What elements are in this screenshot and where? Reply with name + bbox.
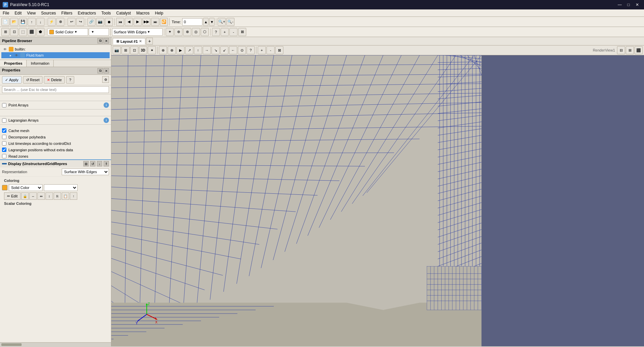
rt-select1[interactable]: ⊕ [159, 46, 167, 54]
lagrangian-arrays-info-btn[interactable]: i [104, 118, 109, 123]
tree-item-fluid-foam[interactable]: ▸ 👁 Fluid.foam [1, 52, 110, 58]
menu-extractors[interactable]: Extractors [75, 9, 99, 17]
tree-item-builtin[interactable]: 👁 builtin: [1, 46, 110, 52]
rt-select2[interactable]: ⊗ [168, 46, 176, 54]
menu-macros[interactable]: Macros [134, 9, 152, 17]
time-step-up[interactable]: ▲ [203, 18, 208, 26]
disconnect-btn[interactable]: ⊗ [56, 18, 64, 26]
point-arrays-info-btn[interactable]: i [104, 102, 109, 108]
point-arrays-header[interactable]: Point Arrays i [0, 101, 111, 109]
screenshot-btn[interactable]: 📷 [96, 18, 104, 26]
props-float-btn[interactable]: ⧉ [97, 68, 103, 73]
lagrangian-arrays-header[interactable]: Lagrangian Arrays i [0, 116, 111, 124]
loop-btn[interactable]: 🔁 [160, 18, 168, 26]
search-input[interactable] [2, 86, 109, 93]
rt-query-btn[interactable]: ? [247, 46, 255, 54]
tb2-plus[interactable]: + [221, 28, 229, 36]
save-state-btn[interactable]: ↓ [36, 18, 45, 26]
tab-layout1[interactable]: ⊞ Layout #1 ✕ [113, 38, 145, 44]
tab-properties[interactable]: Properties [0, 60, 27, 67]
tb2-btn2[interactable]: ⊡ [10, 28, 18, 36]
coloring-secondary-select[interactable] [44, 184, 78, 191]
representation-select[interactable]: Surface With Edges Surface Wireframe Poi… [62, 168, 109, 175]
pipeline-float-btn[interactable]: ⧉ [97, 38, 103, 43]
help-button[interactable]: ? [66, 76, 74, 84]
rt-orient6[interactable]: ↙ [220, 46, 228, 54]
color-secondary-dropdown[interactable]: ▾ [89, 28, 109, 36]
menu-help[interactable]: Help [152, 9, 166, 17]
tab-information[interactable]: Information [27, 60, 54, 67]
rt-plus-btn[interactable]: + [258, 46, 266, 54]
tb2-btn3[interactable]: ⬚ [19, 28, 27, 36]
tb2-btn1[interactable]: ⊞ [1, 28, 9, 36]
select-btn[interactable]: ⊕ [174, 28, 183, 36]
tab-layout1-close[interactable]: ✕ [139, 39, 142, 43]
next-frame-btn[interactable]: ▶▶ [142, 18, 150, 26]
display-icons-btn3[interactable]: ↓ [97, 161, 102, 166]
list-timesteps-checkbox[interactable] [2, 141, 6, 146]
apply-button[interactable]: ✓ Apply [2, 76, 22, 84]
connect-btn[interactable]: ⚡ [48, 18, 56, 26]
tb2-minus[interactable]: - [229, 28, 237, 36]
menu-file[interactable]: File [0, 9, 12, 17]
props-close-btn[interactable]: ✕ [104, 68, 109, 73]
rt-minus-btn[interactable]: - [267, 46, 275, 54]
rt-fit-btn[interactable]: ⊡ [130, 46, 138, 54]
rt-orient2[interactable]: ↗ [185, 46, 193, 54]
time-step-down[interactable]: ▼ [209, 18, 215, 26]
load-state-btn[interactable]: ↑ [28, 18, 36, 26]
time-input[interactable] [182, 18, 202, 26]
rt-orient1[interactable]: ▶ [176, 46, 185, 54]
reset-button[interactable]: ↺ Reset [23, 76, 43, 84]
menu-edit[interactable]: Edit [12, 9, 24, 17]
rt-axes-btn[interactable]: ✦ [148, 46, 156, 54]
color-dropdown[interactable]: Solid Color ▾ [48, 28, 88, 36]
read-zones-checkbox[interactable] [2, 154, 6, 158]
coloring-edit-btn[interactable]: ✏ Edit [4, 192, 21, 200]
copy-btn[interactable]: ⎘ [54, 192, 61, 200]
decompose-checkbox[interactable] [2, 135, 6, 139]
rt-del-btn[interactable]: ⊠ [275, 46, 283, 54]
render-area[interactable]: Z X Y [111, 55, 644, 346]
coloring-type-select[interactable]: Solid Color [9, 184, 43, 191]
first-frame-btn[interactable]: ⏮ [116, 18, 124, 26]
rt-camera-btn[interactable]: 📷 [113, 46, 121, 54]
lock-btn[interactable]: 🔒 [21, 192, 29, 200]
close-button[interactable]: ✕ [633, 1, 641, 8]
last-frame-btn[interactable]: ⏭ [151, 18, 159, 26]
pipeline-close-btn[interactable]: ✕ [104, 38, 109, 43]
props-settings-btn[interactable]: ⚙ [102, 76, 109, 83]
save-btn[interactable]: 💾 [19, 18, 27, 26]
select4-btn[interactable]: ⬡ [201, 28, 209, 36]
rt-orient5[interactable]: ↘ [212, 46, 220, 54]
solid-color-swatch[interactable] [2, 185, 7, 190]
display-icons-btn4[interactable]: ⇑ [104, 161, 109, 166]
tb2-del[interactable]: ⊠ [238, 28, 246, 36]
tab-add-btn[interactable]: + [146, 38, 153, 44]
record-btn[interactable]: ⏺ [105, 18, 113, 26]
rescale-btn1[interactable]: ↔ [29, 192, 37, 200]
interact-btn[interactable]: ✦ [166, 28, 174, 36]
lagrangian-pos-checkbox[interactable] [2, 148, 6, 152]
prev-frame-btn[interactable]: ◀ [125, 18, 133, 26]
minimize-button[interactable]: — [616, 1, 624, 8]
point-arrays-checkbox[interactable] [2, 103, 6, 107]
query-btn[interactable]: ? [212, 28, 220, 36]
select2-btn[interactable]: ⊗ [183, 28, 191, 36]
undo-btn[interactable]: ↩ [67, 18, 76, 26]
representation-dropdown[interactable]: Surface With Edges ▾ [112, 28, 163, 36]
rescale-btn3[interactable]: ↕ [46, 192, 53, 200]
camera-link-btn[interactable]: 🔗 [87, 18, 95, 26]
left-scroll-thumb[interactable] [1, 343, 22, 346]
tb2-btn4[interactable]: ⬛ [28, 28, 36, 36]
menu-tools[interactable]: Tools [99, 9, 114, 17]
select3-btn[interactable]: ◎ [192, 28, 200, 36]
menu-filters[interactable]: Filters [59, 9, 75, 17]
redo-btn[interactable]: ↪ [76, 18, 84, 26]
paste-btn[interactable]: 📋 [62, 192, 69, 200]
display-icons-btn1[interactable]: ⊞ [83, 161, 89, 166]
new-btn[interactable]: 📄 [1, 18, 9, 26]
rt-orient4[interactable]: → [203, 46, 211, 54]
mesh-viewport[interactable] [111, 55, 644, 346]
display-icons-btn2[interactable]: ↺ [90, 161, 95, 166]
